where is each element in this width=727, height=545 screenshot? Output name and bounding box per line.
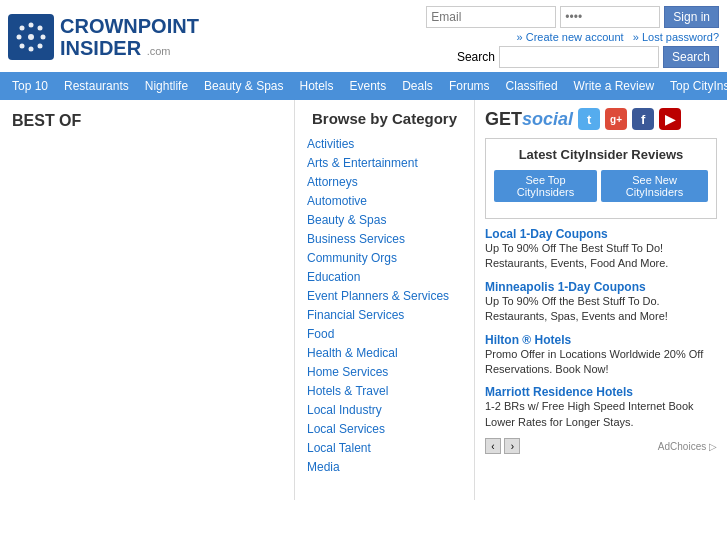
ad-item: Hilton ® HotelsPromo Offer in Locations … bbox=[485, 333, 717, 378]
nav-item-classified[interactable]: Classified bbox=[498, 72, 566, 100]
search-row: Search Search bbox=[457, 46, 719, 68]
nav-item-write-a-review[interactable]: Write a Review bbox=[566, 72, 662, 100]
list-item: Attorneys bbox=[307, 175, 462, 189]
category-list: ActivitiesArts & EntertainmentAttorneysA… bbox=[307, 137, 462, 474]
ad-choices-label: AdChoices ▷ bbox=[658, 441, 717, 452]
category-link[interactable]: Automotive bbox=[307, 194, 367, 208]
list-item: Financial Services bbox=[307, 308, 462, 322]
ad-next-button[interactable]: › bbox=[504, 438, 520, 454]
list-item: Automotive bbox=[307, 194, 462, 208]
list-item: Media bbox=[307, 460, 462, 474]
ad-description: Up To 90% Off the Best Stuff To Do. Rest… bbox=[485, 294, 717, 325]
svg-point-9 bbox=[28, 34, 34, 40]
category-link[interactable]: Hotels & Travel bbox=[307, 384, 388, 398]
search-input[interactable] bbox=[499, 46, 659, 68]
ad-prev-button[interactable]: ‹ bbox=[485, 438, 501, 454]
category-link[interactable]: Local Talent bbox=[307, 441, 371, 455]
ad-item: Minneapolis 1-Day CouponsUp To 90% Off t… bbox=[485, 280, 717, 325]
ads-section: Local 1-Day CouponsUp To 90% Off The Bes… bbox=[485, 227, 717, 430]
middle-panel: Browse by Category ActivitiesArts & Ente… bbox=[295, 100, 475, 500]
svg-point-6 bbox=[20, 44, 25, 49]
category-link[interactable]: Health & Medical bbox=[307, 346, 398, 360]
latest-reviews-title: Latest CityInsider Reviews bbox=[494, 147, 708, 162]
category-link[interactable]: Beauty & Spas bbox=[307, 213, 386, 227]
svg-point-3 bbox=[38, 26, 43, 31]
list-item: Arts & Entertainment bbox=[307, 156, 462, 170]
svg-point-4 bbox=[17, 35, 22, 40]
main-content: BEST OF Browse by Category ActivitiesArt… bbox=[0, 100, 727, 500]
browse-category-title: Browse by Category bbox=[307, 110, 462, 127]
list-item: Education bbox=[307, 270, 462, 284]
nav-item-deals[interactable]: Deals bbox=[394, 72, 441, 100]
category-link[interactable]: Community Orgs bbox=[307, 251, 397, 265]
latest-reviews-box: Latest CityInsider Reviews See Top CityI… bbox=[485, 138, 717, 219]
list-item: Business Services bbox=[307, 232, 462, 246]
ad-item: Marriott Residence Hotels1-2 BRs w/ Free… bbox=[485, 385, 717, 430]
logo-area: CROWNPOINT INSIDER .com bbox=[8, 14, 199, 60]
ad-description: Up To 90% Off The Best Stuff To Do! Rest… bbox=[485, 241, 717, 272]
category-link[interactable]: Media bbox=[307, 460, 340, 474]
category-link[interactable]: Attorneys bbox=[307, 175, 358, 189]
ad-title-link[interactable]: Local 1-Day Coupons bbox=[485, 227, 717, 241]
nav-item-forums[interactable]: Forums bbox=[441, 72, 498, 100]
left-panel: BEST OF bbox=[0, 100, 295, 500]
list-item: Home Services bbox=[307, 365, 462, 379]
see-top-cityinsiders-button[interactable]: See Top CityInsiders bbox=[494, 170, 597, 202]
ad-description: 1-2 BRs w/ Free High Speed Internet Book… bbox=[485, 399, 717, 430]
top-right-area: Sign in » Create new account » Lost pass… bbox=[426, 6, 719, 68]
ad-nav-controls: ‹ › bbox=[485, 438, 520, 454]
nav-item-hotels[interactable]: Hotels bbox=[291, 72, 341, 100]
create-account-link[interactable]: » Create new account bbox=[517, 31, 624, 43]
twitter-icon[interactable]: t bbox=[578, 108, 600, 130]
svg-point-5 bbox=[41, 35, 46, 40]
ad-title-link[interactable]: Minneapolis 1-Day Coupons bbox=[485, 280, 717, 294]
youtube-icon[interactable]: ▶ bbox=[659, 108, 681, 130]
svg-point-1 bbox=[20, 26, 25, 31]
facebook-icon[interactable]: f bbox=[632, 108, 654, 130]
category-link[interactable]: Arts & Entertainment bbox=[307, 156, 418, 170]
category-link[interactable]: Local Industry bbox=[307, 403, 382, 417]
navbar: Top 10RestaurantsNightlifeBeauty & SpasH… bbox=[0, 72, 727, 100]
category-link[interactable]: Education bbox=[307, 270, 360, 284]
email-input[interactable] bbox=[426, 6, 556, 28]
ad-title-link[interactable]: Marriott Residence Hotels bbox=[485, 385, 717, 399]
see-new-cityinsiders-button[interactable]: See New CityInsiders bbox=[601, 170, 708, 202]
list-item: Local Industry bbox=[307, 403, 462, 417]
list-item: Local Talent bbox=[307, 441, 462, 455]
signin-row: Sign in bbox=[426, 6, 719, 28]
nav-item-events[interactable]: Events bbox=[342, 72, 395, 100]
list-item: Community Orgs bbox=[307, 251, 462, 265]
signin-button[interactable]: Sign in bbox=[664, 6, 719, 28]
best-of-title: BEST OF bbox=[12, 112, 282, 130]
category-link[interactable]: Event Planners & Services bbox=[307, 289, 449, 303]
ad-title-link[interactable]: Hilton ® Hotels bbox=[485, 333, 717, 347]
nav-item-top-10[interactable]: Top 10 bbox=[4, 72, 56, 100]
lost-password-link[interactable]: » Lost password? bbox=[633, 31, 719, 43]
list-item: Local Services bbox=[307, 422, 462, 436]
logo-icon bbox=[8, 14, 54, 60]
get-social-area: GETsocial t g+ f ▶ bbox=[485, 108, 717, 130]
nav-item-beauty-&-spas[interactable]: Beauty & Spas bbox=[196, 72, 291, 100]
nav-item-nightlife[interactable]: Nightlife bbox=[137, 72, 196, 100]
list-item: Food bbox=[307, 327, 462, 341]
category-link[interactable]: Financial Services bbox=[307, 308, 404, 322]
category-link[interactable]: Local Services bbox=[307, 422, 385, 436]
svg-point-7 bbox=[29, 47, 34, 52]
list-item: Activities bbox=[307, 137, 462, 151]
list-item: Event Planners & Services bbox=[307, 289, 462, 303]
list-item: Health & Medical bbox=[307, 346, 462, 360]
password-input[interactable] bbox=[560, 6, 660, 28]
google-plus-icon[interactable]: g+ bbox=[605, 108, 627, 130]
category-link[interactable]: Activities bbox=[307, 137, 354, 151]
ad-item: Local 1-Day CouponsUp To 90% Off The Bes… bbox=[485, 227, 717, 272]
ad-footer: ‹ › AdChoices ▷ bbox=[485, 438, 717, 454]
category-link[interactable]: Business Services bbox=[307, 232, 405, 246]
nav-item-top-cityinsiders[interactable]: Top CityInsiders bbox=[662, 72, 727, 100]
category-link[interactable]: Food bbox=[307, 327, 334, 341]
right-panel: GETsocial t g+ f ▶ Latest CityInsider Re… bbox=[475, 100, 727, 500]
search-button[interactable]: Search bbox=[663, 46, 719, 68]
nav-item-restaurants[interactable]: Restaurants bbox=[56, 72, 137, 100]
category-link[interactable]: Home Services bbox=[307, 365, 388, 379]
search-label: Search bbox=[457, 50, 495, 64]
ad-description: Promo Offer in Locations Worldwide 20% O… bbox=[485, 347, 717, 378]
